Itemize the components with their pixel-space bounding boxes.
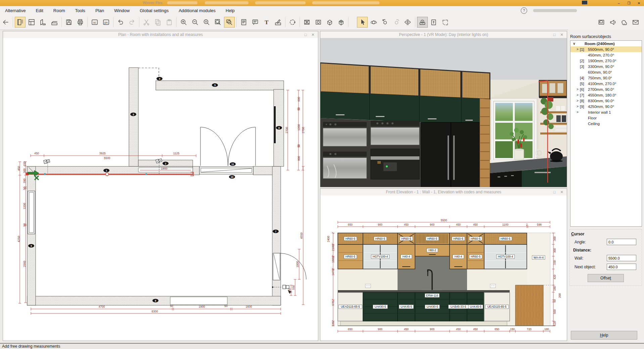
- menu-tools[interactable]: Tools: [70, 8, 90, 13]
- angle-input[interactable]: [607, 239, 636, 245]
- front-elevation-drawing[interactable]: HR60-5HR60-5HR60-5HR60-5HR60-5HR60-5HR60…: [320, 195, 567, 341]
- close-button[interactable]: ✕: [634, 0, 644, 6]
- select-icon[interactable]: [357, 17, 368, 28]
- tree-item-8300mm-90-0[interactable]: >[8]8300mm, 90.0°: [570, 98, 642, 104]
- maximize-button[interactable]: ❐: [624, 0, 634, 6]
- snapshot-folder-icon[interactable]: [596, 17, 607, 28]
- render-texture-icon[interactable]: [336, 17, 347, 28]
- maximize-icon[interactable]: □: [551, 190, 558, 194]
- svg-text:390: 390: [23, 179, 26, 183]
- menu-additional-modules[interactable]: Additional modules: [174, 8, 221, 13]
- print-icon[interactable]: [75, 17, 86, 28]
- orbit-icon[interactable]: [368, 17, 379, 28]
- svg-text:5: 5: [214, 84, 216, 87]
- menu-window[interactable]: Window: [109, 8, 135, 13]
- zoom-window-icon[interactable]: [224, 17, 235, 28]
- tree-item-1900mm-270-0[interactable]: [2]1900mm, 270.0°: [570, 58, 642, 64]
- tree-item-4250mm-90-0[interactable]: >[9]4250mm, 90.0°: [570, 104, 642, 109]
- svg-text:3925: 3925: [99, 152, 106, 155]
- copy-icon[interactable]: [152, 17, 163, 28]
- zoom-all-icon[interactable]: [213, 17, 223, 28]
- undo-icon[interactable]: [115, 17, 126, 28]
- tree-item-room-2400mm[interactable]: ∨Room (2400mm): [570, 41, 642, 46]
- tree-item-floor[interactable]: Floor: [570, 115, 642, 121]
- redo-icon[interactable]: [127, 17, 137, 28]
- svg-text:HGTV100-4: HGTV100-4: [373, 255, 388, 258]
- measure-object-icon[interactable]: [428, 17, 439, 28]
- close-icon[interactable]: ✕: [558, 33, 565, 37]
- svg-text:HR60-5: HR60-5: [401, 237, 411, 240]
- tree-item-750mm-90-0[interactable]: [4]750mm, 90.0°: [570, 75, 642, 81]
- plan-window-titlebar[interactable]: Plan - Room with installations and all m…: [3, 31, 318, 38]
- render-solid-icon[interactable]: [324, 17, 335, 28]
- view-front-icon[interactable]: [26, 17, 37, 28]
- wall-4-dashed: [138, 68, 159, 81]
- paste-icon[interactable]: [164, 17, 175, 28]
- show-sc-codes-icon[interactable]: sc: [89, 17, 100, 28]
- zoom-100-icon[interactable]: [201, 17, 212, 28]
- close-icon[interactable]: ✕: [558, 190, 565, 194]
- help-button[interactable]: Help: [571, 331, 637, 340]
- text-icon[interactable]: T: [261, 17, 272, 28]
- tree-item-2700mm-90-0[interactable]: >[6]2700mm, 90.0°: [570, 86, 642, 92]
- zoom-out-icon[interactable]: [190, 17, 200, 28]
- wall-badge-7: 7: [273, 230, 279, 233]
- maximize-icon[interactable]: □: [302, 33, 309, 37]
- announcements-icon[interactable]: [607, 17, 618, 28]
- tree-item-450mm-270-0[interactable]: 450mm, 270.0°: [570, 52, 642, 58]
- tree-item-ceiling[interactable]: Ceiling: [570, 121, 642, 126]
- offset-button[interactable]: Offset: [588, 274, 624, 282]
- menu-alternative[interactable]: Alternative: [0, 8, 31, 13]
- perspective-window-titlebar[interactable]: Perspective - 1 (VR Mode): Day (interior…: [320, 31, 567, 38]
- back-icon[interactable]: [0, 17, 11, 28]
- wall-badge-11: 11: [230, 162, 236, 166]
- section-icon[interactable]: [403, 17, 413, 28]
- render-construction-icon[interactable]: [302, 17, 312, 28]
- view-wall-icon[interactable]: [38, 17, 48, 28]
- help-circle-icon[interactable]: ?: [521, 7, 527, 14]
- wall-distance-input[interactable]: [607, 255, 636, 261]
- next-object-input[interactable]: [607, 264, 636, 270]
- wall-badge-5: 5: [212, 83, 218, 87]
- styles-icon[interactable]: [273, 17, 283, 28]
- support-chat-icon[interactable]: [619, 17, 630, 28]
- save-icon[interactable]: [63, 17, 74, 28]
- tilt-object-icon[interactable]: [391, 17, 402, 28]
- view-plan-icon[interactable]: [15, 17, 26, 28]
- elevation-window: Front Elevation - 1 : Wall - 1, Elevatio…: [320, 188, 567, 341]
- svg-text:9: 9: [31, 244, 32, 247]
- tree-item-4550mm-180-0[interactable]: >[7]4550mm, 180.0°: [570, 92, 642, 98]
- maximize-icon[interactable]: □: [551, 33, 558, 37]
- cut-icon[interactable]: [141, 17, 152, 28]
- svg-text:6: 6: [278, 126, 280, 129]
- zoom-in-icon[interactable]: [178, 17, 189, 28]
- report-icon[interactable]: [238, 17, 249, 28]
- tree-item-3300mm-90-0[interactable]: [3]3300mm, 90.0°: [570, 64, 642, 69]
- menu-help[interactable]: Help: [221, 8, 240, 13]
- rotate-object-icon[interactable]: [380, 17, 390, 28]
- menu-plan[interactable]: Plan: [90, 8, 109, 13]
- show-pn-codes-icon[interactable]: pn: [101, 17, 111, 28]
- tree-item-interior-wall-1[interactable]: >Interior wall 1: [570, 109, 642, 115]
- view-base-icon[interactable]: [49, 17, 60, 28]
- close-icon[interactable]: ✕: [309, 33, 317, 37]
- arc-icon[interactable]: [287, 17, 298, 28]
- measure-laser-icon[interactable]: [417, 17, 428, 28]
- annotation-icon[interactable]: [250, 17, 261, 28]
- perspective-render[interactable]: [320, 38, 567, 187]
- tree-item-600mm-90-0[interactable]: 600mm, 90.0°: [570, 69, 642, 75]
- tree-item-4100mm-270-0[interactable]: [5]4100mm, 270.0°: [570, 81, 642, 86]
- tree-item-5500mm-90-0[interactable]: >[1]5500mm, 90.0°: [570, 46, 642, 52]
- room-objects-tree[interactable]: ∨Room (2400mm)>[1]5500mm, 90.0°450mm, 27…: [570, 40, 642, 227]
- mail-icon[interactable]: [630, 17, 641, 28]
- toolbar-separator: [415, 17, 415, 27]
- render-hidden-icon[interactable]: [313, 17, 324, 28]
- svg-text:50: 50: [224, 304, 228, 308]
- floor-plan-drawing[interactable]: 4503925112555001900450150300390501200504…: [3, 38, 318, 341]
- menu-room[interactable]: Room: [48, 8, 70, 13]
- elevation-window-titlebar[interactable]: Front Elevation - 1 : Wall - 1, Elevatio…: [320, 189, 567, 196]
- menu-edit[interactable]: Edit: [31, 8, 48, 13]
- menu-global-settings[interactable]: Global settings: [135, 8, 174, 13]
- measure-free-icon[interactable]: [440, 17, 451, 28]
- minimize-button[interactable]: –: [614, 0, 624, 6]
